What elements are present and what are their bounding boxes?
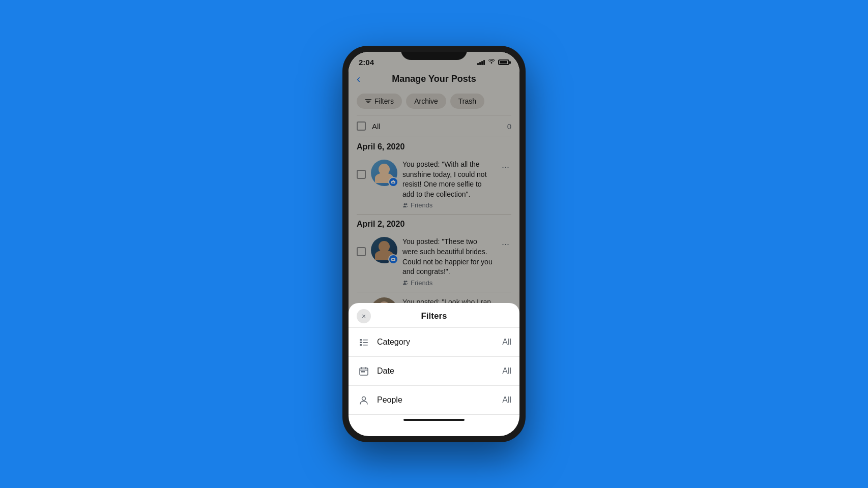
svg-rect-14 (360, 344, 362, 346)
svg-rect-17 (363, 345, 368, 346)
svg-rect-16 (363, 342, 368, 343)
svg-rect-23 (363, 371, 365, 373)
filters-bottom-sheet: × Filters Category All (349, 303, 519, 436)
category-icon (357, 335, 371, 349)
category-value: All (502, 338, 511, 347)
people-value: All (502, 395, 511, 405)
svg-rect-22 (361, 371, 363, 373)
close-button[interactable]: × (357, 309, 371, 323)
home-indicator (403, 419, 465, 421)
svg-rect-13 (360, 342, 362, 343)
phone-screen: 2:04 ‹ Manage (349, 52, 519, 436)
svg-point-24 (362, 397, 366, 401)
people-filter-row[interactable]: People All (349, 386, 519, 415)
svg-rect-15 (363, 340, 368, 341)
category-filter-row[interactable]: Category All (349, 328, 519, 357)
list-icon (359, 337, 369, 347)
people-icon (357, 393, 371, 407)
date-icon (357, 364, 371, 378)
close-icon: × (362, 312, 366, 320)
category-label: Category (377, 338, 502, 347)
calendar-icon (359, 366, 369, 376)
filters-sheet-title: Filters (421, 311, 447, 321)
bottom-sheet-header: × Filters (349, 303, 519, 328)
phone-frame: 2:04 ‹ Manage (342, 46, 526, 442)
people-label: People (377, 395, 502, 405)
person-icon (359, 395, 369, 405)
date-value: All (502, 367, 511, 376)
date-filter-row[interactable]: Date All (349, 357, 519, 386)
svg-rect-12 (360, 339, 362, 341)
date-label: Date (377, 367, 502, 376)
